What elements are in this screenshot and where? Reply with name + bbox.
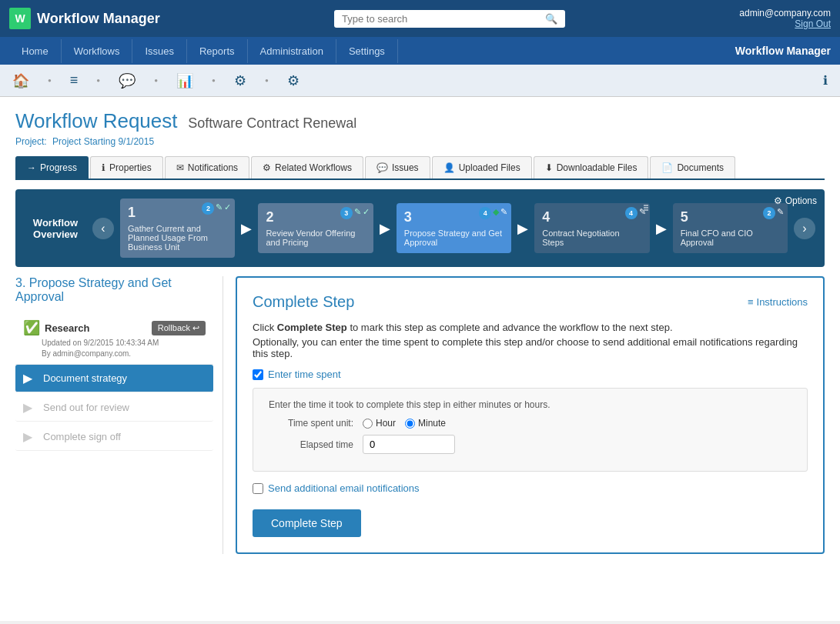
nav-item-home[interactable]: Home [9, 39, 62, 63]
page-title: Workflow Request [15, 109, 178, 132]
page-content: Workflow Request Software Contract Renew… [0, 97, 840, 621]
tab-issues-icon: 💬 [376, 162, 388, 173]
wf-step-3[interactable]: 4 ◆ ✎ 3 Propose Strategy and Get Approva… [397, 203, 511, 253]
wf-step-5[interactable]: 2 ✎ 5 Final CFO and CIO Approval [673, 203, 788, 253]
tab-uploaded-files[interactable]: 👤 Uploaded Files [432, 156, 532, 179]
radio-minute[interactable]: Minute [405, 418, 446, 429]
time-spent-desc: Enter the time it took to complete this … [269, 399, 791, 410]
search-icon[interactable]: 🔍 [545, 13, 557, 25]
tab-notifications-label: Notifications [188, 162, 238, 173]
wf-label-line2: Overview [25, 229, 86, 240]
check-icon-2: ✓ [363, 207, 370, 219]
left-panel-title: 3. Propose Strategy and Get Approval [15, 276, 213, 304]
wf-step-4-badges: 4 ✎ [625, 207, 646, 219]
wf-prev-btn[interactable]: ‹ [92, 218, 114, 239]
tab-documents-icon: 📄 [661, 162, 673, 173]
tab-notifications[interactable]: ✉ Notifications [165, 156, 249, 179]
filter-icon[interactable]: ⚙ [234, 72, 246, 89]
radio-group: Hour Minute [363, 418, 446, 429]
time-unit-label: Time spent unit: [269, 418, 353, 429]
enter-time-checkbox-row: Enter time spent [253, 369, 808, 380]
dot-1: ● [48, 77, 52, 84]
radio-hour[interactable]: Hour [363, 418, 396, 429]
list-icon[interactable]: ≡ [70, 72, 79, 88]
project-name: Project Starting 9/1/2015 [52, 136, 154, 147]
app-title: Workflow Manager [37, 11, 160, 27]
home-icon[interactable]: 🏠 [12, 72, 29, 89]
content-area: 3. Propose Strategy and Get Approval ✅ R… [15, 276, 825, 554]
wf-arrow-2: ▶ [380, 220, 390, 237]
sign-out-link[interactable]: Sign Out [739, 18, 831, 29]
complete-step-button[interactable]: Complete Step [253, 509, 361, 537]
badge-step2-count: 3 [340, 207, 353, 219]
wf-step-1[interactable]: 2 ✎ ✓ 1 Gather Current and Planned Usage… [120, 199, 235, 258]
tab-notifications-icon: ✉ [176, 162, 184, 173]
elapsed-label: Elapsed time [269, 439, 353, 450]
edit-icon-1: ✎ [216, 202, 223, 215]
gear-icon: ⚙ [774, 195, 782, 206]
nav-item-issues[interactable]: Issues [132, 39, 187, 63]
tab-documents-label: Documents [677, 162, 724, 173]
wf-step-2[interactable]: 3 ✎ ✓ 2 Review Vendor Offering and Prici… [258, 203, 373, 253]
wf-options-btn[interactable]: ⚙ Options [774, 195, 817, 206]
time-unit-row: Time spent unit: Hour Minute [269, 418, 791, 429]
tab-progress[interactable]: → Progress [15, 156, 89, 179]
nav-items: Home Workflows Issues Reports Administra… [9, 39, 398, 63]
desc-post: to mark this step as complete and advanc… [347, 322, 673, 333]
email-checkbox[interactable] [253, 483, 263, 494]
nav-item-workflows[interactable]: Workflows [62, 39, 133, 63]
research-header: ✅ Research Rollback ↩ [23, 319, 206, 336]
workflow-overview: Workflow Overview ‹ 2 ✎ ✓ 1 Gather Curre… [15, 189, 825, 267]
tab-downloadable-files[interactable]: ⬇ Downloadable Files [534, 156, 649, 179]
wf-next-btn[interactable]: › [794, 218, 815, 239]
wf-step-1-title: Gather Current and Planned Usage From Bu… [128, 224, 227, 252]
play-icon-1: ▶ [23, 371, 37, 385]
wf-step-2-title: Review Vendor Offering and Pricing [266, 229, 365, 247]
radio-hour-input[interactable] [363, 419, 373, 429]
rollback-button[interactable]: Rollback ↩ [152, 321, 206, 335]
wf-step-4-title: Contract Negotiation Steps [542, 229, 641, 247]
user-info: admin@company.com Sign Out [739, 8, 831, 29]
help-icon[interactable]: ℹ [823, 73, 828, 88]
step-item-label-3: Complete sign off [43, 431, 206, 442]
wf-step-3-badges: 4 ◆ ✎ [479, 207, 507, 219]
search-box[interactable]: 🔍 [334, 10, 565, 28]
settings-icon[interactable]: ⚙ [287, 72, 300, 89]
icon-bar: 🏠 ● ≡ ● 💬 ● 📊 ● ⚙ ● ⚙ ℹ [0, 65, 840, 97]
time-spent-box: Enter the time it took to complete this … [253, 388, 808, 472]
rollback-label: Rollback [158, 323, 190, 332]
badge-step1-count: 2 [202, 202, 214, 215]
step-item-document-strategy[interactable]: ▶ Document strategy [15, 365, 213, 392]
desc-bold: Complete Step [277, 322, 347, 333]
tab-issues-label: Issues [392, 162, 419, 173]
research-label: Research [45, 322, 147, 334]
options-label: Options [785, 195, 817, 206]
tab-properties-label: Properties [109, 162, 152, 173]
tab-properties[interactable]: ℹ Properties [90, 156, 163, 179]
enter-time-checkbox[interactable] [253, 369, 263, 380]
chat-icon[interactable]: 💬 [119, 72, 136, 89]
complete-step-header: Complete Step ≡ Instructions [253, 293, 808, 311]
research-item: ✅ Research Rollback ↩ Updated on 9/2/201… [15, 313, 213, 365]
chart-icon[interactable]: 📊 [176, 72, 193, 89]
search-input[interactable] [342, 13, 539, 25]
step-item-label-1: Document strategy [43, 372, 206, 384]
dot-2: ● [96, 77, 100, 84]
nav-right-label: Workflow Manager [735, 45, 831, 57]
nav-item-administration[interactable]: Administration [248, 39, 336, 63]
right-panel: Complete Step ≡ Instructions Click Compl… [223, 276, 825, 554]
play-icon-3: ▶ [23, 429, 37, 444]
wf-step-4[interactable]: 4 ✎ 4 Contract Negotiation Steps [534, 203, 649, 253]
nav-item-settings[interactable]: Settings [336, 39, 398, 63]
tab-uploaded-label: Uploaded Files [459, 162, 520, 173]
nav-item-reports[interactable]: Reports [187, 39, 248, 63]
instructions-link[interactable]: ≡ Instructions [748, 296, 808, 308]
tab-issues[interactable]: 💬 Issues [365, 156, 430, 179]
tab-progress-label: Progress [40, 162, 77, 173]
elapsed-input[interactable] [363, 435, 455, 454]
tab-related-workflows[interactable]: ⚙ Related Workflows [251, 156, 363, 179]
email-checkbox-label: Send additional email notifications [268, 482, 420, 494]
tab-documents[interactable]: 📄 Documents [650, 156, 735, 179]
title-row: Workflow Request Software Contract Renew… [15, 109, 825, 133]
radio-minute-input[interactable] [405, 419, 415, 429]
